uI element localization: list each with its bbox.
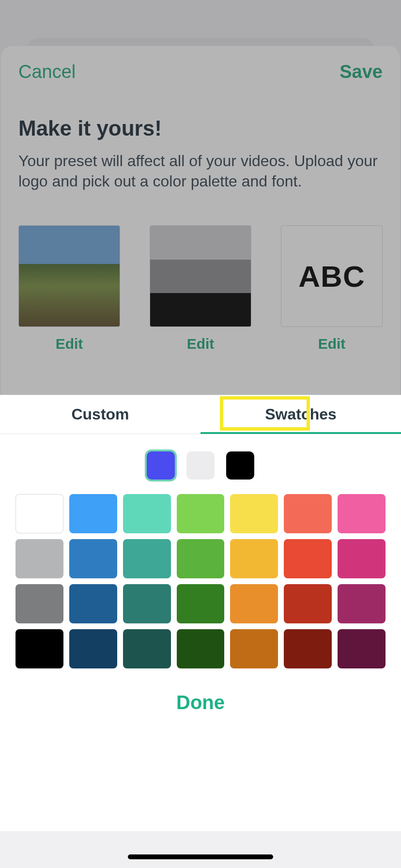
palette-stripe-1 — [150, 226, 251, 259]
bottom-safe-area — [0, 831, 401, 868]
selected-swatches-row — [0, 434, 401, 494]
swatch-3-5[interactable] — [284, 629, 332, 668]
swatch-1-0[interactable] — [15, 539, 63, 578]
swatch-grid-wrap — [0, 494, 401, 668]
swatch-0-0[interactable] — [15, 494, 63, 533]
swatch-1-4[interactable] — [230, 539, 278, 578]
palette-stripe-3 — [150, 293, 251, 326]
edit-logo-button[interactable]: Edit — [56, 336, 83, 352]
preset-row: Edit Edit ABC Edit — [1, 191, 400, 352]
swatch-0-5[interactable] — [284, 494, 332, 533]
swatch-1-2[interactable] — [123, 539, 171, 578]
home-indicator — [128, 854, 273, 859]
modal-description: Your preset will affect all of your vide… — [1, 140, 400, 191]
screen-root: Cancel Save Make it yours! Your preset w… — [0, 0, 401, 868]
preset-palette-item: Edit — [150, 225, 251, 352]
swatch-0-2[interactable] — [123, 494, 171, 533]
selected-swatch-0[interactable] — [147, 451, 175, 480]
done-row: Done — [0, 668, 401, 734]
color-picker-sheet: Custom Swatches Done — [0, 395, 401, 868]
palette-stripe-2 — [150, 260, 251, 293]
swatch-3-6[interactable] — [338, 629, 386, 668]
edit-palette-button[interactable]: Edit — [187, 336, 215, 352]
modal-header: Cancel Save — [1, 46, 400, 87]
selected-swatch-2[interactable] — [226, 451, 254, 480]
tab-custom[interactable]: Custom — [0, 395, 200, 434]
swatch-2-6[interactable] — [338, 584, 386, 623]
swatch-3-1[interactable] — [69, 629, 117, 668]
selected-swatch-1[interactable] — [186, 451, 215, 480]
swatch-1-6[interactable] — [338, 539, 386, 578]
swatch-0-4[interactable] — [230, 494, 278, 533]
swatch-2-1[interactable] — [69, 584, 117, 623]
swatch-3-0[interactable] — [15, 629, 63, 668]
preset-font-tile[interactable]: ABC — [281, 225, 383, 327]
preset-logo-item: Edit — [18, 225, 120, 352]
swatch-0-1[interactable] — [69, 494, 117, 533]
swatch-3-2[interactable] — [123, 629, 171, 668]
tab-swatches[interactable]: Swatches — [200, 395, 401, 434]
swatch-2-3[interactable] — [177, 584, 225, 623]
swatch-1-5[interactable] — [284, 539, 332, 578]
preset-font-item: ABC Edit — [281, 225, 383, 352]
swatch-0-3[interactable] — [177, 494, 225, 533]
edit-font-button[interactable]: Edit — [318, 336, 346, 352]
preset-logo-tile[interactable] — [18, 225, 120, 327]
swatch-3-4[interactable] — [230, 629, 278, 668]
swatch-2-2[interactable] — [123, 584, 171, 623]
swatch-2-5[interactable] — [284, 584, 332, 623]
swatch-2-4[interactable] — [230, 584, 278, 623]
done-button[interactable]: Done — [176, 692, 225, 713]
swatch-2-0[interactable] — [15, 584, 63, 623]
swatch-1-1[interactable] — [69, 539, 117, 578]
cancel-button[interactable]: Cancel — [18, 62, 76, 82]
swatch-grid — [15, 494, 386, 668]
picker-tabs: Custom Swatches — [0, 395, 401, 434]
swatch-0-6[interactable] — [338, 494, 386, 533]
preset-palette-tile[interactable] — [150, 225, 251, 327]
save-button[interactable]: Save — [339, 62, 383, 82]
modal-title: Make it yours! — [1, 87, 400, 140]
swatch-1-3[interactable] — [177, 539, 225, 578]
swatch-3-3[interactable] — [177, 629, 225, 668]
